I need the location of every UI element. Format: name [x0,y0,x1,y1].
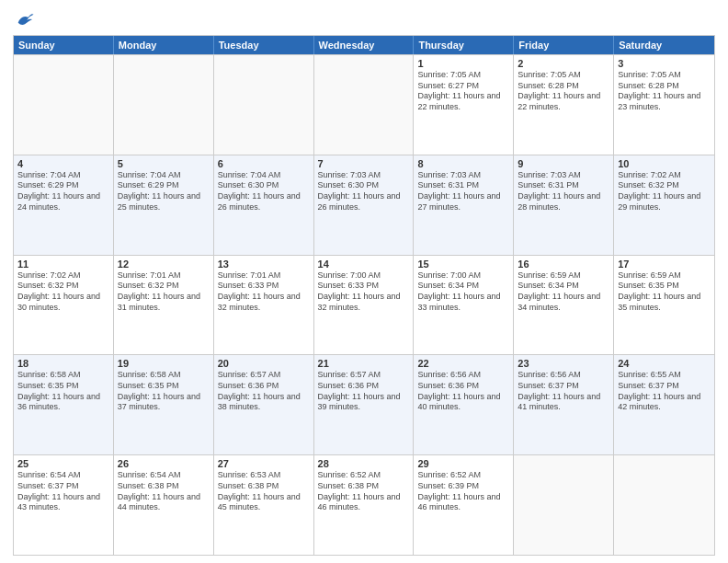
day-number: 3 [618,58,711,69]
calendar-day-21: 21Sunrise: 6:57 AMSunset: 6:36 PMDayligh… [314,355,415,454]
day-info: Sunrise: 7:05 AMSunset: 6:28 PMDaylight:… [618,70,711,113]
calendar-day-empty [614,455,714,555]
day-info: Sunrise: 6:55 AMSunset: 6:37 PMDaylight:… [618,370,711,413]
day-header-tuesday: Tuesday [214,36,314,54]
day-info: Sunrise: 6:57 AMSunset: 6:36 PMDaylight:… [218,370,310,413]
calendar-day-13: 13Sunrise: 7:01 AMSunset: 6:33 PMDayligh… [214,256,314,355]
day-number: 24 [618,358,711,369]
day-info: Sunrise: 7:03 AMSunset: 6:31 PMDaylight:… [417,170,509,213]
day-number: 2 [518,58,609,69]
day-number: 17 [618,259,711,270]
day-number: 8 [417,158,509,169]
calendar-day-empty [314,55,415,155]
page: SundayMondayTuesdayWednesdayThursdayFrid… [0,0,728,563]
day-number: 10 [618,158,711,169]
calendar-day-24: 24Sunrise: 6:55 AMSunset: 6:37 PMDayligh… [614,355,714,454]
day-info: Sunrise: 6:56 AMSunset: 6:36 PMDaylight:… [417,370,509,413]
day-info: Sunrise: 7:04 AMSunset: 6:30 PMDaylight:… [218,170,310,213]
day-info: Sunrise: 7:03 AMSunset: 6:30 PMDaylight:… [318,170,410,213]
calendar-week-5: 25Sunrise: 6:54 AMSunset: 6:37 PMDayligh… [14,454,714,555]
calendar-week-3: 11Sunrise: 7:02 AMSunset: 6:32 PMDayligh… [14,255,714,355]
day-info: Sunrise: 6:58 AMSunset: 6:35 PMDaylight:… [17,370,109,413]
calendar-day-3: 3Sunrise: 7:05 AMSunset: 6:28 PMDaylight… [614,55,714,155]
day-header-thursday: Thursday [414,36,514,54]
calendar-day-17: 17Sunrise: 6:59 AMSunset: 6:35 PMDayligh… [614,256,714,355]
day-info: Sunrise: 7:01 AMSunset: 6:33 PMDaylight:… [218,270,310,314]
day-header-sunday: Sunday [14,36,114,54]
day-info: Sunrise: 6:53 AMSunset: 6:38 PMDaylight:… [218,470,310,513]
day-number: 9 [518,158,609,169]
calendar-day-2: 2Sunrise: 7:05 AMSunset: 6:28 PMDaylight… [514,55,614,155]
day-number: 13 [218,259,310,270]
calendar-day-7: 7Sunrise: 7:03 AMSunset: 6:30 PMDaylight… [314,155,415,255]
calendar-day-16: 16Sunrise: 6:59 AMSunset: 6:34 PMDayligh… [514,256,614,355]
day-number: 29 [417,458,509,469]
day-info: Sunrise: 7:04 AMSunset: 6:29 PMDaylight:… [17,170,109,213]
day-info: Sunrise: 6:56 AMSunset: 6:37 PMDaylight:… [518,370,609,413]
calendar-day-27: 27Sunrise: 6:53 AMSunset: 6:38 PMDayligh… [214,455,314,555]
calendar-day-25: 25Sunrise: 6:54 AMSunset: 6:37 PMDayligh… [14,455,114,555]
calendar-day-1: 1Sunrise: 7:05 AMSunset: 6:27 PMDaylight… [414,55,514,155]
day-info: Sunrise: 7:05 AMSunset: 6:27 PMDaylight:… [417,70,509,113]
calendar-day-empty [114,55,214,155]
calendar-day-empty [214,55,314,155]
day-number: 21 [318,358,410,369]
calendar-day-20: 20Sunrise: 6:57 AMSunset: 6:36 PMDayligh… [214,355,314,454]
day-number: 19 [118,358,210,369]
day-number: 20 [218,358,310,369]
day-number: 16 [518,259,609,270]
day-number: 27 [218,458,310,469]
day-number: 12 [118,259,210,270]
calendar-day-19: 19Sunrise: 6:58 AMSunset: 6:35 PMDayligh… [114,355,214,454]
day-info: Sunrise: 7:05 AMSunset: 6:28 PMDaylight:… [518,70,609,113]
day-number: 28 [318,458,410,469]
day-number: 5 [118,158,210,169]
calendar-day-15: 15Sunrise: 7:00 AMSunset: 6:34 PMDayligh… [414,256,514,355]
day-info: Sunrise: 6:59 AMSunset: 6:35 PMDaylight:… [618,270,711,314]
day-info: Sunrise: 6:52 AMSunset: 6:39 PMDaylight:… [417,470,509,513]
calendar-day-26: 26Sunrise: 6:54 AMSunset: 6:38 PMDayligh… [114,455,214,555]
calendar-day-14: 14Sunrise: 7:00 AMSunset: 6:33 PMDayligh… [314,256,415,355]
day-info: Sunrise: 6:54 AMSunset: 6:37 PMDaylight:… [17,470,109,513]
calendar-day-empty [514,455,614,555]
calendar-day-9: 9Sunrise: 7:03 AMSunset: 6:31 PMDaylight… [514,155,614,255]
calendar-day-6: 6Sunrise: 7:04 AMSunset: 6:30 PMDaylight… [214,155,314,255]
calendar-day-11: 11Sunrise: 7:02 AMSunset: 6:32 PMDayligh… [14,256,114,355]
logo-bird-icon [15,9,35,29]
day-number: 6 [218,158,310,169]
day-header-saturday: Saturday [614,36,714,54]
day-header-friday: Friday [514,36,614,54]
calendar-week-2: 4Sunrise: 7:04 AMSunset: 6:29 PMDaylight… [14,155,714,255]
day-info: Sunrise: 6:59 AMSunset: 6:34 PMDaylight:… [518,270,609,314]
logo [13,9,35,29]
calendar-day-5: 5Sunrise: 7:04 AMSunset: 6:29 PMDaylight… [114,155,214,255]
calendar-day-10: 10Sunrise: 7:02 AMSunset: 6:32 PMDayligh… [614,155,714,255]
day-info: Sunrise: 6:57 AMSunset: 6:36 PMDaylight:… [318,370,410,413]
day-info: Sunrise: 6:52 AMSunset: 6:38 PMDaylight:… [318,470,410,513]
calendar-day-23: 23Sunrise: 6:56 AMSunset: 6:37 PMDayligh… [514,355,614,454]
day-number: 14 [318,259,410,270]
day-header-monday: Monday [114,36,214,54]
day-info: Sunrise: 7:02 AMSunset: 6:32 PMDaylight:… [618,170,711,213]
day-info: Sunrise: 7:04 AMSunset: 6:29 PMDaylight:… [118,170,210,213]
day-info: Sunrise: 7:03 AMSunset: 6:31 PMDaylight:… [518,170,609,213]
calendar: SundayMondayTuesdayWednesdayThursdayFrid… [13,35,715,556]
calendar-body: 1Sunrise: 7:05 AMSunset: 6:27 PMDaylight… [14,54,714,555]
calendar-day-28: 28Sunrise: 6:52 AMSunset: 6:38 PMDayligh… [314,455,415,555]
day-info: Sunrise: 7:00 AMSunset: 6:33 PMDaylight:… [318,270,410,314]
day-header-wednesday: Wednesday [314,36,415,54]
day-number: 26 [118,458,210,469]
calendar-day-12: 12Sunrise: 7:01 AMSunset: 6:32 PMDayligh… [114,256,214,355]
day-number: 4 [17,158,109,169]
day-info: Sunrise: 7:00 AMSunset: 6:34 PMDaylight:… [417,270,509,314]
calendar-day-29: 29Sunrise: 6:52 AMSunset: 6:39 PMDayligh… [414,455,514,555]
day-number: 23 [518,358,609,369]
day-info: Sunrise: 6:58 AMSunset: 6:35 PMDaylight:… [118,370,210,413]
day-info: Sunrise: 6:54 AMSunset: 6:38 PMDaylight:… [118,470,210,513]
day-number: 18 [17,358,109,369]
calendar-day-4: 4Sunrise: 7:04 AMSunset: 6:29 PMDaylight… [14,155,114,255]
day-info: Sunrise: 7:02 AMSunset: 6:32 PMDaylight:… [17,270,109,314]
calendar-week-1: 1Sunrise: 7:05 AMSunset: 6:27 PMDaylight… [14,54,714,155]
header [13,9,715,29]
day-number: 15 [417,259,509,270]
